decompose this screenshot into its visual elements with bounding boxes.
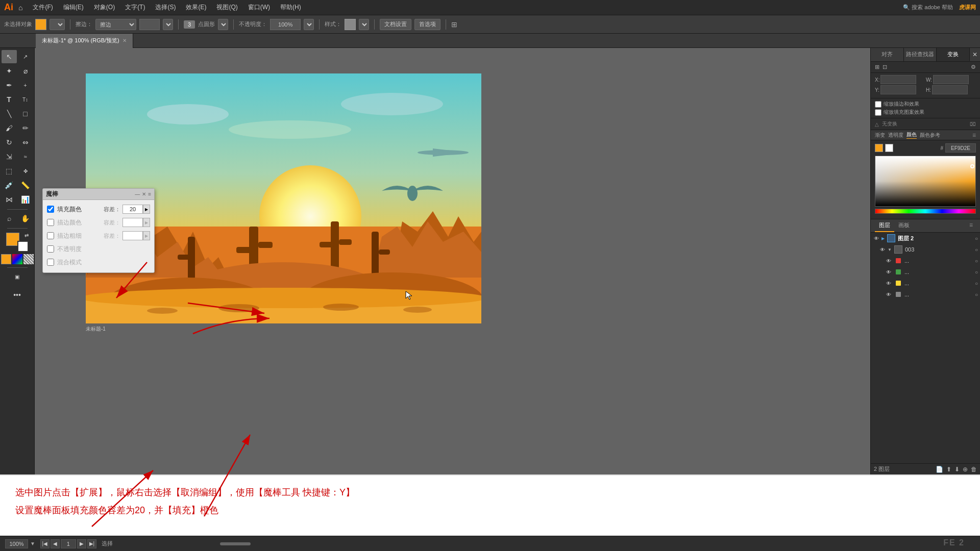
document-tab[interactable]: 未标题-1* @ 100% (RGB/预览) ✕ <box>36 34 133 48</box>
align-tab[interactable]: 对齐 <box>871 48 904 61</box>
opacity-tab[interactable]: 透明度 <box>888 132 903 139</box>
color-picker-gradient[interactable] <box>875 156 976 207</box>
layer-item-red[interactable]: 👁 ... ○ <box>883 255 980 266</box>
selection-tool[interactable]: ↖ <box>2 50 17 63</box>
lasso-tool[interactable]: ⌀ <box>18 64 33 78</box>
fill-tolerance-input[interactable] <box>122 205 143 214</box>
menu-effect[interactable]: 效果(E) <box>182 2 210 13</box>
line-tool[interactable]: ╲ <box>2 107 17 120</box>
transform-pattern-cb[interactable] <box>875 109 881 116</box>
move-to-btn[interactable]: ⬇ <box>954 466 960 473</box>
direct-selection-tool[interactable]: ↗ <box>18 50 33 63</box>
home-icon[interactable]: ⌂ <box>18 4 22 12</box>
scale-tool[interactable]: ⇲ <box>2 150 17 163</box>
layer-2-expand[interactable]: ▶ <box>881 236 885 241</box>
x-input[interactable] <box>880 75 916 84</box>
menu-file[interactable]: 文件(F) <box>29 2 57 13</box>
blend-mode-select[interactable]: 擦边 <box>95 19 136 30</box>
hand-tool[interactable]: ✋ <box>18 212 33 225</box>
vertical-type-tool[interactable]: T↕ <box>18 93 33 106</box>
layer-yellow-eye[interactable]: 👁 <box>885 281 892 286</box>
duplicate-layer-btn[interactable]: ⊕ <box>963 466 968 473</box>
stroke-select[interactable] <box>50 19 65 30</box>
stroke-tolerance-input[interactable] <box>122 218 143 227</box>
no-fill-btn[interactable] <box>23 254 34 264</box>
zoom-input[interactable] <box>5 539 28 548</box>
zoom-chevron[interactable]: ▼ <box>30 541 35 546</box>
stroke-tolerance-arrow[interactable]: ▶ <box>143 218 150 227</box>
pencil-tool[interactable]: ✏ <box>18 121 33 135</box>
color-tab-active[interactable]: 颜色 <box>906 131 917 139</box>
opacity-input[interactable] <box>270 19 301 30</box>
measure-tool[interactable]: 📏 <box>18 179 33 192</box>
magic-wand-tool[interactable]: ✦ <box>2 64 17 78</box>
magic-panel-header[interactable]: 魔棒 — ✕ ≡ <box>43 189 154 200</box>
next-page-btn[interactable]: ▶ <box>77 539 86 548</box>
menu-help[interactable]: 帮助(H) <box>276 2 305 13</box>
chart-tool[interactable]: 📊 <box>18 193 33 206</box>
rotate-tool[interactable]: ↻ <box>2 136 17 149</box>
anchor-tool[interactable]: + <box>18 79 33 92</box>
delete-layer-btn[interactable]: 🗑 <box>971 466 977 473</box>
stroke-color-picker[interactable] <box>17 241 29 252</box>
gradient-mode-btn[interactable] <box>12 254 22 264</box>
pen-tool[interactable]: ✒ <box>2 79 17 92</box>
puppet-warp-tool[interactable]: ✤ <box>18 164 33 178</box>
layer-gray-eye[interactable]: 👁 <box>885 292 892 297</box>
panel-close-btn[interactable]: ✕ <box>142 191 146 197</box>
menu-select[interactable]: 选择(S) <box>151 2 180 13</box>
warp-tool[interactable]: ≈ <box>18 150 33 163</box>
layer-003-lock[interactable]: ○ <box>975 247 978 253</box>
layer-item-2[interactable]: 👁 ▶ 图层 2 ○ <box>871 233 980 244</box>
more-tools-btn[interactable]: ••• <box>10 288 25 302</box>
menu-edit[interactable]: 编辑(E) <box>59 2 88 13</box>
stroke-width-arrow[interactable]: ▶ <box>143 231 150 240</box>
search-bar[interactable]: 🔍 搜索 adobe 帮助 <box>903 4 953 11</box>
panel-close-x[interactable]: ✕ <box>970 48 980 61</box>
color-mode-btn[interactable] <box>1 254 11 264</box>
layer-green-lock[interactable]: ○ <box>975 269 978 275</box>
layer-item-gray[interactable]: 👁 ... ○ <box>883 289 980 300</box>
layer-003-eye[interactable]: 👁 <box>879 247 886 253</box>
prev-page-btn[interactable]: ◀ <box>51 539 60 548</box>
h-input[interactable] <box>932 85 968 94</box>
reflect-tool[interactable]: ▣ <box>10 270 25 283</box>
scale-strokes-cb[interactable] <box>875 101 881 108</box>
arrange-icon[interactable]: ⊞ <box>451 20 457 29</box>
active-stroke-swatch[interactable] <box>885 144 893 152</box>
transform-settings-icon[interactable]: ⚙ <box>971 64 976 70</box>
layer-red-lock[interactable]: ○ <box>975 258 978 264</box>
page-input[interactable] <box>61 539 76 548</box>
stroke-width-checkbox[interactable] <box>47 232 54 239</box>
layer-yellow-lock[interactable]: ○ <box>975 281 978 286</box>
fill-color-checkbox[interactable] <box>47 206 54 213</box>
layers-menu-btn[interactable]: ≡ <box>966 219 976 232</box>
color-ref-tab[interactable]: 颜色参考 <box>920 132 940 139</box>
preferences-btn[interactable]: 首选项 <box>414 19 440 30</box>
layers-tab[interactable]: 图层 <box>875 219 894 232</box>
opacity-checkbox[interactable] <box>47 245 54 253</box>
new-layer-btn[interactable]: 📄 <box>936 466 943 473</box>
layer-item-yellow[interactable]: 👁 ... ○ <box>883 278 980 289</box>
blend-arrow[interactable] <box>163 19 173 30</box>
h-scrollbar-thumb[interactable] <box>220 542 251 545</box>
layer-2-eye[interactable]: 👁 <box>873 236 880 241</box>
shape-tool[interactable]: □ <box>18 107 33 120</box>
menu-object[interactable]: 对象(O) <box>90 2 119 13</box>
first-page-btn[interactable]: |◀ <box>40 539 50 548</box>
layer-item-green[interactable]: 👁 ... ○ <box>883 266 980 278</box>
mirror-tool[interactable]: ⇔ <box>18 136 33 149</box>
swap-colors-icon[interactable]: ⇄ <box>24 233 29 238</box>
pathfinder-tab[interactable]: 路径查找器 <box>904 48 937 61</box>
panel-menu-btn[interactable]: ≡ <box>148 191 151 197</box>
fill-tolerance-arrow[interactable]: ▶ <box>143 205 150 214</box>
blend-tool[interactable]: ⋈ <box>2 193 17 206</box>
artboards-tab[interactable]: 画板 <box>894 219 914 232</box>
layer-red-eye[interactable]: 👁 <box>885 258 892 264</box>
menu-window[interactable]: 窗口(W) <box>244 2 274 13</box>
active-fill-swatch[interactable] <box>875 144 883 152</box>
eyedropper-tool[interactable]: 💉 <box>2 179 17 192</box>
layer-2-lock[interactable]: ○ <box>975 236 978 241</box>
menu-view[interactable]: 视图(Q) <box>212 2 241 13</box>
zoom-tool[interactable]: ⌕ <box>2 212 17 225</box>
